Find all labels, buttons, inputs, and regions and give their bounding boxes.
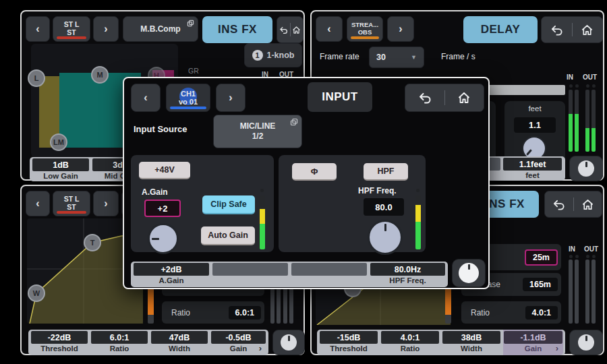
knob-tick [526,149,532,156]
param-cell-width[interactable]: 38dB Width [442,330,501,355]
out-meter [585,90,589,152]
hpf-freq-value[interactable]: 80.0 [364,198,404,216]
knob-assign-button[interactable] [569,330,603,355]
home-icon[interactable] [457,91,471,104]
delay-value[interactable]: 1.1 [514,117,556,133]
param-cell-threshold[interactable]: -15dB Threshold [319,330,378,355]
out-label: OUT [583,73,597,81]
more-params-chevron[interactable]: › [556,343,558,353]
auto-gain-button[interactable]: Auto Gain [201,226,255,245]
channel-select-button[interactable]: STREA... OBS [347,16,383,42]
copy-icon [290,118,298,126]
prev-channel-button[interactable]: ‹ [316,16,343,42]
again-knob[interactable] [148,223,179,254]
back-icon[interactable] [279,26,288,34]
more-params-chevron[interactable]: › [259,343,262,353]
param-label: Threshold [30,344,88,353]
param-label: feet [502,171,562,179]
row-label: Ratio [471,308,490,317]
knob-tick [384,224,386,231]
channel-name-line1: CH1 [181,90,196,98]
band-handle-m[interactable]: M [91,66,109,84]
prev-channel-button[interactable]: ‹ [26,191,50,216]
next-channel-button[interactable]: › [93,191,119,216]
param-cell-empty[interactable] [212,262,289,287]
one-knob-button[interactable]: 1 1-knob [244,43,302,67]
divider [444,90,445,105]
param-row[interactable]: Ratio 6.0:1 [162,301,264,324]
param-cell[interactable]: 1dB Low Gain [32,157,90,181]
channel-select-button[interactable]: CH1 vo 01 [166,84,210,112]
input-source-button[interactable]: MIC/LINE 1/2 [213,115,302,148]
peak-dot [575,84,579,88]
prev-channel-button[interactable]: ‹ [26,16,50,42]
input-source-line1: MIC/LINE [240,121,276,131]
param-cell-hpf-freq[interactable]: 80.0Hz HPF Freq. [370,262,446,287]
param-value: 1.1feet [503,158,562,171]
clip-safe-button[interactable]: Clip Safe [202,195,255,214]
param-row-ratio[interactable]: Ratio 4.0:1 [461,301,561,324]
threshold-handle[interactable]: T [84,234,101,251]
home-icon[interactable] [292,26,301,34]
out-meter [591,90,596,152]
param-cell[interactable]: 1.1feet feet [502,156,562,181]
peak-dot [586,255,589,258]
param-cell-again[interactable]: +2dB A.Gain [133,262,210,287]
param-value: +2dB [134,263,209,276]
param-cell-threshold[interactable]: -22dB Threshold [30,330,88,355]
hpf-freq-knob[interactable] [368,220,403,255]
row-label: Ratio [171,308,190,317]
again-label: A.Gain [142,187,168,197]
knob-assign-button[interactable] [272,330,305,355]
hpf-button[interactable]: HPF [364,163,408,181]
nav-group [544,191,602,218]
param-cell-gain-selected[interactable]: -1.1dB Gain › [503,330,563,355]
param-cell-ratio[interactable]: 4.0:1 Ratio [380,330,440,355]
back-icon[interactable] [550,24,563,36]
phase-button[interactable]: Φ [292,163,337,181]
param-value: 80.0Hz [370,263,445,276]
dialog-title: INPUT [308,82,372,112]
back-icon[interactable] [418,91,432,104]
param-value: 1dB [32,158,89,171]
band-handle-lm[interactable]: LM [50,133,67,151]
nav-group [541,16,603,43]
param-cell-ratio[interactable]: 6.0:1 Ratio [90,330,148,355]
home-icon[interactable] [581,198,594,211]
frame-rate-label: Frame rate [320,52,359,61]
band-handle-l[interactable]: L [28,69,45,87]
fx-name-button[interactable]: M.B.Comp [123,16,198,42]
home-icon[interactable] [581,24,594,36]
gr-label: GR [188,67,199,75]
prev-channel-button[interactable]: ‹ [131,84,161,112]
knob-assign-button[interactable] [569,156,603,181]
next-channel-button[interactable]: › [387,16,414,42]
peak-dot [416,189,420,192]
param-cell-empty[interactable] [291,262,368,287]
page-title-chip: INS FX [202,16,272,43]
channel-select-button[interactable]: ST L ST [53,191,90,216]
peak-dot [592,84,596,88]
knob-tick [152,238,159,240]
peak-dot [575,255,579,258]
param-cell-width[interactable]: 47dB Width [150,330,208,355]
phantom-48v-button[interactable]: +48V [139,162,190,179]
param-label: Width [150,344,208,353]
channel-name-line2: OBS [358,29,372,36]
param-value: -22dB [31,331,88,344]
in-label: IN [567,73,573,81]
back-icon[interactable] [552,198,565,211]
frame-rate-dropdown[interactable]: 30 ▼ [369,47,424,68]
dropdown-arrow-icon: ▼ [411,54,417,61]
param-value: 47dB [151,331,208,344]
param-cell-gain[interactable]: -0.5dB Gain › [210,330,266,355]
again-value[interactable]: +2 [144,200,181,217]
width-handle[interactable]: W [28,284,45,302]
param-value: 6.0:1 [91,331,148,344]
channel-select-button[interactable]: ST L ST [53,16,90,42]
knob-assign-button[interactable] [452,259,486,287]
next-channel-button[interactable]: › [93,16,119,42]
one-knob-badge-icon: 1 [252,50,263,61]
param-value: -0.5dB [211,331,266,344]
next-channel-button[interactable]: › [216,84,245,112]
